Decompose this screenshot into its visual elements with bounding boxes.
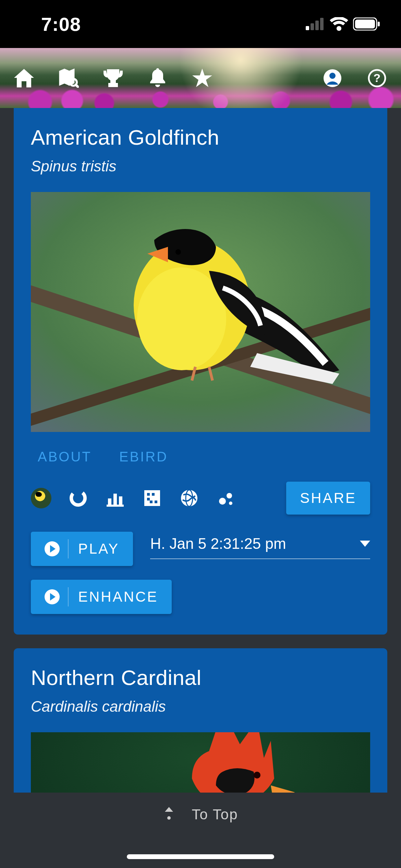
svg-rect-5	[355, 20, 375, 28]
play-button[interactable]: PLAY	[31, 532, 133, 566]
species-photo[interactable]	[31, 192, 370, 432]
nav-header: ?	[0, 48, 401, 108]
home-indicator[interactable]	[127, 854, 274, 859]
content-area[interactable]: American Goldfinch Spinus tristis	[0, 108, 401, 868]
svg-text:?: ?	[374, 71, 381, 84]
share-button-label: SHARE	[300, 490, 356, 506]
svg-point-10	[329, 73, 336, 79]
svg-point-30	[219, 498, 226, 505]
bell-icon[interactable]	[147, 68, 168, 88]
enhance-button-label: ENHANCE	[78, 589, 158, 605]
svg-rect-22	[144, 490, 160, 506]
svg-point-34	[254, 772, 260, 779]
scatter-icon[interactable]	[216, 488, 236, 508]
species-common-name: Northern Cardinal	[31, 665, 370, 690]
play-icon	[45, 541, 60, 556]
svg-rect-19	[113, 494, 117, 505]
status-time: 7:08	[41, 13, 81, 35]
wifi-icon	[330, 17, 348, 31]
svg-point-16	[175, 249, 181, 255]
status-indicators	[306, 17, 380, 31]
svg-rect-0	[306, 26, 309, 30]
play-icon	[45, 589, 60, 604]
dropdown-caret-icon	[360, 541, 370, 547]
trophy-icon[interactable]	[103, 68, 123, 88]
svg-point-35	[167, 816, 171, 820]
svg-rect-24	[152, 493, 155, 496]
svg-rect-18	[108, 498, 111, 505]
status-bar: 7:08	[0, 0, 401, 48]
svg-rect-23	[147, 493, 150, 496]
tool-icon-row: SHARE	[31, 482, 370, 515]
tab-ebird[interactable]: EBIRD	[119, 449, 168, 465]
ring-chart-icon[interactable]	[68, 488, 88, 508]
share-button[interactable]: SHARE	[286, 482, 370, 515]
svg-point-17	[69, 489, 87, 507]
enhance-button[interactable]: ENHANCE	[31, 580, 172, 614]
card-tabs: ABOUT EBIRD	[31, 449, 370, 465]
svg-point-32	[229, 502, 232, 505]
globe-icon[interactable]	[179, 488, 199, 508]
svg-line-8	[76, 85, 79, 88]
play-button-label: PLAY	[78, 541, 119, 557]
to-top-button[interactable]: To Top	[163, 806, 238, 823]
species-card: American Goldfinch Spinus tristis	[14, 108, 387, 635]
sort-icon	[163, 807, 175, 822]
star-icon[interactable]	[192, 68, 212, 88]
svg-rect-25	[147, 498, 150, 501]
svg-rect-1	[311, 23, 314, 30]
svg-rect-21	[107, 505, 124, 507]
svg-rect-6	[378, 22, 380, 26]
cellular-icon	[306, 18, 325, 30]
map-search-icon[interactable]	[58, 68, 79, 88]
account-icon[interactable]	[322, 68, 343, 88]
svg-rect-27	[150, 501, 153, 503]
home-icon[interactable]	[14, 68, 34, 88]
species-thumb[interactable]	[31, 488, 51, 508]
svg-rect-20	[119, 496, 122, 505]
tab-about[interactable]: ABOUT	[38, 449, 92, 465]
svg-point-31	[227, 493, 232, 498]
recording-selected: H. Jan 5 2:31:25 pm	[150, 535, 286, 552]
species-scientific-name: Spinus tristis	[31, 158, 370, 175]
footer: To Top	[0, 793, 401, 868]
svg-rect-3	[320, 18, 324, 30]
recording-dropdown[interactable]: H. Jan 5 2:31:25 pm	[150, 535, 370, 559]
help-icon[interactable]: ?	[367, 68, 387, 88]
grid-icon[interactable]	[142, 488, 162, 508]
species-common-name: American Goldfinch	[31, 125, 370, 149]
battery-icon	[353, 17, 380, 31]
species-scientific-name: Cardinalis cardinalis	[31, 698, 370, 715]
to-top-label: To Top	[192, 806, 238, 823]
svg-rect-26	[155, 501, 157, 503]
bar-chart-icon[interactable]	[105, 488, 125, 508]
svg-rect-2	[315, 21, 319, 30]
